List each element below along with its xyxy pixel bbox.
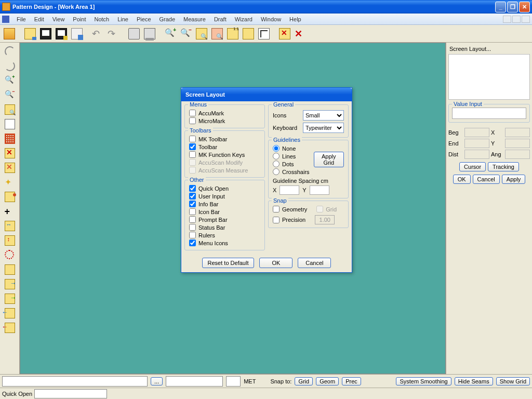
tool-zoom-fullscale[interactable]: [3, 103, 17, 116]
chk-rulers[interactable]: Rulers: [189, 231, 260, 239]
tool-extra-3[interactable]: [3, 307, 17, 320]
maximize-button[interactable]: ❐: [507, 2, 518, 12]
zoom-full-button[interactable]: [194, 26, 209, 41]
tool-move-piece-h[interactable]: [3, 219, 17, 233]
menu-draft[interactable]: Draft: [210, 15, 231, 23]
tool-flip[interactable]: [3, 263, 17, 276]
zoom-11-button[interactable]: [225, 26, 240, 41]
apply-grid-button[interactable]: Apply Grid: [314, 152, 344, 167]
tool-add-point[interactable]: [3, 205, 17, 218]
plot-button[interactable]: [142, 26, 157, 41]
mdi-restore[interactable]: [512, 16, 521, 23]
chk-mk-toolbar[interactable]: MK Toolbar: [189, 135, 260, 143]
icons-select[interactable]: Small: [303, 110, 344, 121]
keyboard-select[interactable]: Typewriter: [303, 123, 344, 133]
quick-open-input[interactable]: [34, 389, 107, 398]
rad-crosshairs[interactable]: Crosshairs: [273, 168, 310, 176]
tool-grid[interactable]: [3, 132, 17, 145]
menu-grade[interactable]: Grade: [155, 15, 180, 23]
chk-info-bar[interactable]: Info Bar: [189, 200, 260, 208]
tool-circle[interactable]: [3, 248, 17, 262]
zoom-separate-button[interactable]: [241, 26, 256, 41]
tool-delete-x[interactable]: [3, 147, 17, 160]
chk-mk-fn[interactable]: MK Function Keys: [189, 151, 260, 158]
reset-default-button[interactable]: Reset to Default: [202, 258, 255, 268]
fld-beg[interactable]: [464, 128, 489, 137]
chk-geometry[interactable]: Geometry: [273, 205, 307, 213]
mdi-minimize[interactable]: [503, 16, 511, 23]
chk-quick-open[interactable]: Quick Open: [189, 184, 260, 192]
tool-extra-2[interactable]: [3, 292, 17, 305]
panel-ok-button[interactable]: OK: [453, 175, 471, 184]
store-button[interactable]: [70, 26, 84, 41]
menu-file[interactable]: File: [12, 15, 30, 23]
menu-notch[interactable]: Notch: [90, 15, 113, 23]
menu-piece[interactable]: Piece: [132, 15, 155, 23]
chk-menu-icons[interactable]: Menu Icons: [189, 239, 260, 247]
info-browse-button[interactable]: ...: [151, 377, 163, 385]
chk-precision[interactable]: Precision: [273, 216, 305, 224]
rad-lines[interactable]: Lines: [273, 152, 310, 160]
fld-end[interactable]: [464, 139, 489, 148]
tool-star[interactable]: [3, 176, 17, 189]
fld-dist[interactable]: [464, 150, 489, 159]
snap-grid-button[interactable]: Grid: [295, 377, 313, 385]
chk-toolbar[interactable]: Toolbar: [189, 143, 260, 151]
save-button[interactable]: [38, 26, 53, 41]
panel-cancel-button[interactable]: Cancel: [473, 175, 500, 184]
system-smoothing-button[interactable]: System Smoothing: [396, 377, 451, 385]
menu-wizard[interactable]: Wizard: [231, 15, 257, 23]
tool-extra-1[interactable]: [3, 277, 17, 291]
zoom-out-button[interactable]: [179, 26, 193, 41]
tool-zoom-out[interactable]: [3, 88, 17, 102]
zoom-selected-button[interactable]: [210, 26, 224, 41]
menu-point[interactable]: Point: [69, 15, 90, 23]
tool-arc-cw[interactable]: [3, 45, 17, 58]
piece-folder-button[interactable]: [2, 26, 17, 41]
menu-measure[interactable]: Measure: [179, 15, 210, 23]
tool-piece-point[interactable]: [3, 190, 17, 204]
spacing-x-input[interactable]: [280, 185, 299, 195]
rad-none[interactable]: None: [273, 144, 310, 152]
snap-geom-button[interactable]: Geom: [316, 377, 339, 385]
minimize-button[interactable]: _: [495, 2, 506, 12]
rad-dots[interactable]: Dots: [273, 160, 310, 168]
tracking-button[interactable]: Tracking: [488, 162, 519, 171]
fld-y[interactable]: [505, 139, 530, 148]
open-button[interactable]: [23, 26, 37, 41]
value-input-field[interactable]: [452, 108, 526, 119]
fld-ang[interactable]: [505, 150, 530, 159]
save-as-button[interactable]: [54, 26, 69, 41]
spacing-y-input[interactable]: [310, 185, 329, 195]
undo-button[interactable]: [90, 26, 105, 41]
chk-status-bar[interactable]: Status Bar: [189, 223, 260, 231]
hide-seams-button[interactable]: Hide Seams: [455, 377, 493, 385]
menu-view[interactable]: View: [48, 15, 69, 23]
dialog-ok-button[interactable]: OK: [259, 258, 292, 268]
mdi-close[interactable]: [522, 16, 530, 23]
dialog-cancel-button[interactable]: Cancel: [298, 258, 331, 268]
tool-move-piece-v[interactable]: [3, 234, 17, 247]
dialog-title[interactable]: Screen Layout: [181, 88, 352, 101]
fld-x[interactable]: [505, 128, 530, 137]
tool-arc-ccw[interactable]: [3, 59, 17, 73]
redo-button[interactable]: [106, 26, 121, 41]
chk-accumark[interactable]: AccuMark: [189, 109, 260, 117]
menu-edit[interactable]: Edit: [30, 15, 48, 23]
chk-user-input[interactable]: User Input: [189, 192, 260, 200]
delete-all-button[interactable]: [293, 26, 308, 41]
delete-piece-button[interactable]: [277, 26, 292, 41]
menu-window[interactable]: Window: [257, 15, 285, 23]
panel-apply-button[interactable]: Apply: [502, 175, 526, 184]
chk-icon-bar[interactable]: Icon Bar: [189, 208, 260, 216]
tool-extra-4[interactable]: [3, 321, 17, 335]
chk-micromark[interactable]: MicroMark: [189, 117, 260, 125]
chk-prompt-bar[interactable]: Prompt Bar: [189, 216, 260, 223]
refresh-button[interactable]: [257, 26, 271, 41]
show-grid-button[interactable]: Show Grid: [496, 377, 530, 385]
close-button[interactable]: ✕: [519, 2, 530, 12]
menu-help[interactable]: Help: [285, 15, 305, 23]
tool-zoom-in[interactable]: [3, 74, 17, 87]
tool-delete-y[interactable]: [3, 161, 17, 175]
cursor-button[interactable]: Cursor: [459, 162, 486, 171]
